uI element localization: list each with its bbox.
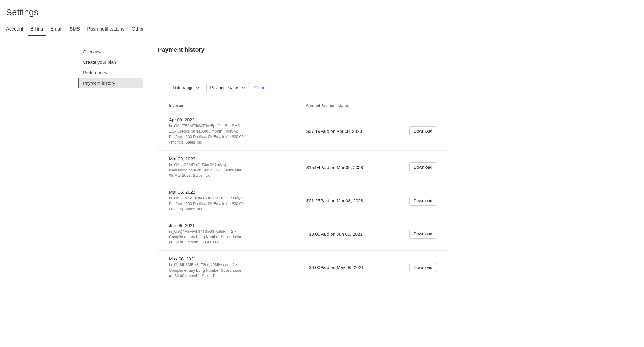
- invoice-desc: in_0IoBlK3MFIk84T3nmv0MH4ew – 2 × Compli…: [169, 262, 244, 278]
- tab-billing[interactable]: Billing: [30, 23, 43, 36]
- table-row: May 06, 2021 in_0IoBlK3MFIk84T3nmv0MH4ew…: [158, 250, 448, 284]
- tab-email[interactable]: Email: [51, 23, 62, 36]
- sidebar-item-overview[interactable]: Overview: [78, 46, 143, 57]
- date-range-filter[interactable]: Date range: [169, 83, 203, 92]
- invoice-desc: in_0MjQfX3MFIk84T3nFS7XFBtr – Klaviyo Pl…: [169, 195, 244, 212]
- chevron-down-icon: [242, 86, 245, 89]
- tab-other[interactable]: Other: [132, 23, 144, 36]
- invoice-status: Paid on Apr 08, 2023: [320, 129, 386, 134]
- table-row: Apr 08, 2023 in_0MufT53MFIk84T3nz5pLGcH5…: [158, 112, 448, 150]
- tab-push-notifications[interactable]: Push notifications: [87, 23, 124, 36]
- table-header: Invoices Amount Payment status: [158, 101, 448, 112]
- billing-sidebar: Overview Create your plan Preferences Pa…: [78, 46, 143, 284]
- invoice-status: Paid on Jun 06, 2021: [320, 232, 386, 237]
- invoice-desc: in_0MufT53MFIk84T3nz5pLGcH5 – SMS: 1.2k …: [169, 123, 244, 145]
- date-range-label: Date range: [173, 85, 193, 90]
- invoice-desc: in_0MjIaC3MFIk84T3nqlM7hWNj – Remaining …: [169, 162, 244, 179]
- invoice-amount: $0.00: [284, 232, 320, 237]
- top-nav-tabs: Account Billing Email SMS Push notificat…: [0, 23, 644, 36]
- invoice-date: May 06, 2021: [169, 256, 284, 261]
- clear-filters-link[interactable]: Clear: [254, 85, 264, 90]
- invoice-amount: $21.25: [284, 198, 320, 203]
- tab-sms[interactable]: SMS: [70, 23, 80, 36]
- section-title: Payment history: [158, 46, 448, 53]
- invoice-date: Jun 06, 2021: [169, 223, 284, 228]
- table-row: Jun 06, 2021 in_0IzQ4R3MFIk84T3nG8Pc8nFr…: [158, 217, 448, 251]
- chevron-down-icon: [196, 86, 199, 89]
- download-button[interactable]: Download: [409, 263, 437, 272]
- invoice-status: Paid on Mar 08, 2023: [320, 198, 386, 203]
- th-amount: Amount: [284, 103, 320, 108]
- th-payment-status: Payment status: [320, 103, 386, 108]
- invoice-date: Mar 09, 2023: [169, 156, 284, 161]
- sidebar-item-create-your-plan[interactable]: Create your plan: [78, 57, 143, 67]
- invoice-status: Paid on Mar 09, 2023: [320, 165, 386, 170]
- invoice-amount: $15.94: [284, 165, 320, 170]
- th-invoices: Invoices: [169, 103, 284, 108]
- invoice-date: Apr 08, 2023: [169, 117, 284, 122]
- download-button[interactable]: Download: [409, 126, 437, 136]
- payment-status-filter[interactable]: Payment status: [206, 83, 249, 92]
- invoices-table: Invoices Amount Payment status Apr 08, 2…: [158, 101, 448, 284]
- download-button[interactable]: Download: [409, 196, 437, 206]
- sidebar-item-preferences[interactable]: Preferences: [78, 67, 143, 78]
- table-row: Mar 08, 2023 in_0MjQfX3MFIk84T3nFS7XFBtr…: [158, 184, 448, 217]
- invoice-desc: in_0IzQ4R3MFIk84T3nG8Pc8nFr – 2 × Compli…: [169, 229, 244, 245]
- payment-status-label: Payment status: [210, 85, 239, 90]
- filters-bar: Date range Payment status Clear: [158, 65, 448, 101]
- payment-history-card: Date range Payment status Clear Invoices…: [158, 65, 448, 284]
- download-button[interactable]: Download: [409, 162, 437, 172]
- invoice-date: Mar 08, 2023: [169, 189, 284, 194]
- invoice-amount: $0.00: [284, 265, 320, 270]
- invoice-status: Paid on May 06, 2021: [320, 265, 386, 270]
- download-button[interactable]: Download: [409, 229, 437, 239]
- sidebar-item-payment-history[interactable]: Payment history: [78, 78, 143, 88]
- invoice-amount: $37.19: [284, 129, 320, 134]
- table-row: Mar 09, 2023 in_0MjIaC3MFIk84T3nqlM7hWNj…: [158, 150, 448, 184]
- page-title: Settings: [6, 7, 638, 17]
- tab-account[interactable]: Account: [6, 23, 23, 36]
